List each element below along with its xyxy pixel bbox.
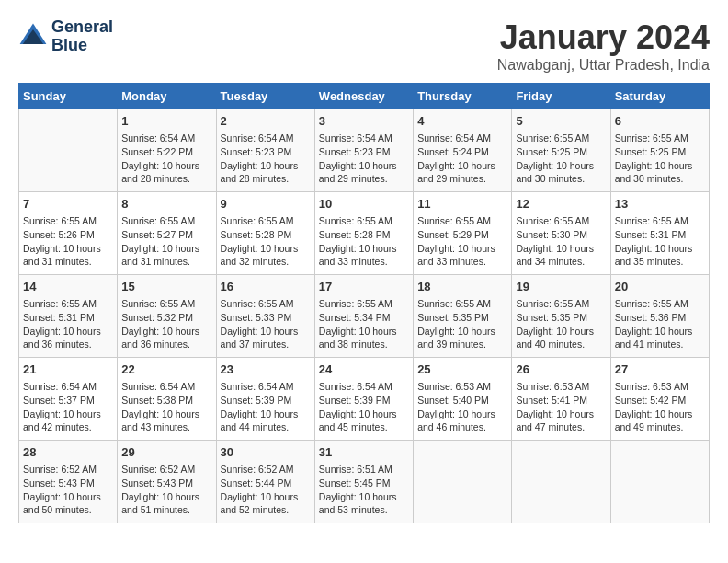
day-number: 9 — [221, 196, 311, 213]
calendar-cell: 27Sunrise: 6:53 AMSunset: 5:42 PMDayligh… — [610, 358, 709, 441]
day-info: Sunrise: 6:54 AMSunset: 5:37 PMDaylight:… — [23, 380, 113, 434]
location-subtitle: Nawabganj, Uttar Pradesh, India — [497, 57, 710, 74]
day-info: Sunrise: 6:54 AMSunset: 5:39 PMDaylight:… — [221, 380, 311, 434]
calendar-cell: 16Sunrise: 6:55 AMSunset: 5:33 PMDayligh… — [216, 275, 314, 358]
calendar-cell: 30Sunrise: 6:52 AMSunset: 5:44 PMDayligh… — [216, 441, 314, 523]
calendar-cell: 15Sunrise: 6:55 AMSunset: 5:32 PMDayligh… — [118, 275, 216, 358]
day-info: Sunrise: 6:54 AMSunset: 5:22 PMDaylight:… — [121, 132, 211, 186]
day-info: Sunrise: 6:55 AMSunset: 5:28 PMDaylight:… — [221, 214, 311, 269]
calendar-cell: 20Sunrise: 6:55 AMSunset: 5:36 PMDayligh… — [610, 275, 709, 358]
day-number: 31 — [319, 444, 409, 461]
logo-icon — [18, 22, 48, 52]
calendar-cell: 5Sunrise: 6:55 AMSunset: 5:25 PMDaylight… — [512, 109, 610, 192]
day-number: 21 — [23, 362, 113, 378]
day-info: Sunrise: 6:55 AMSunset: 5:27 PMDaylight:… — [121, 214, 211, 269]
calendar-cell: 17Sunrise: 6:55 AMSunset: 5:34 PMDayligh… — [314, 275, 413, 358]
day-number: 16 — [221, 279, 311, 295]
day-info: Sunrise: 6:55 AMSunset: 5:26 PMDaylight:… — [23, 214, 113, 269]
day-info: Sunrise: 6:52 AMSunset: 5:44 PMDaylight:… — [221, 463, 311, 517]
calendar-header-row: SundayMondayTuesdayWednesdayThursdayFrid… — [19, 84, 710, 109]
calendar-week-row: 14Sunrise: 6:55 AMSunset: 5:31 PMDayligh… — [19, 275, 710, 358]
day-number: 28 — [23, 444, 113, 461]
day-info: Sunrise: 6:53 AMSunset: 5:41 PMDaylight:… — [516, 380, 606, 434]
day-number: 12 — [516, 196, 606, 213]
calendar-cell: 24Sunrise: 6:54 AMSunset: 5:39 PMDayligh… — [314, 358, 413, 441]
day-number: 18 — [417, 279, 507, 295]
day-info: Sunrise: 6:55 AMSunset: 5:25 PMDaylight:… — [615, 132, 705, 186]
day-number: 27 — [615, 362, 705, 378]
day-info: Sunrise: 6:51 AMSunset: 5:45 PMDaylight:… — [319, 463, 409, 517]
calendar-cell: 4Sunrise: 6:54 AMSunset: 5:24 PMDaylight… — [414, 109, 512, 192]
day-info: Sunrise: 6:55 AMSunset: 5:30 PMDaylight:… — [516, 214, 606, 269]
day-number: 10 — [319, 196, 409, 213]
logo-text: General Blue — [51, 18, 113, 55]
day-info: Sunrise: 6:55 AMSunset: 5:31 PMDaylight:… — [23, 297, 113, 351]
calendar-week-row: 7Sunrise: 6:55 AMSunset: 5:26 PMDaylight… — [19, 192, 710, 275]
calendar-cell: 9Sunrise: 6:55 AMSunset: 5:28 PMDaylight… — [216, 192, 314, 275]
header-cell-tuesday: Tuesday — [216, 84, 314, 109]
page-header: General Blue January 2024 Nawabganj, Utt… — [18, 18, 710, 74]
day-info: Sunrise: 6:55 AMSunset: 5:36 PMDaylight:… — [615, 297, 705, 351]
header-cell-monday: Monday — [118, 84, 216, 109]
calendar-cell: 21Sunrise: 6:54 AMSunset: 5:37 PMDayligh… — [19, 358, 118, 441]
day-number: 1 — [121, 113, 211, 130]
day-number: 4 — [417, 113, 507, 130]
calendar-cell: 19Sunrise: 6:55 AMSunset: 5:35 PMDayligh… — [512, 275, 610, 358]
calendar-cell: 31Sunrise: 6:51 AMSunset: 5:45 PMDayligh… — [314, 441, 413, 523]
day-number: 29 — [121, 444, 211, 461]
calendar-cell: 6Sunrise: 6:55 AMSunset: 5:25 PMDaylight… — [610, 109, 709, 192]
logo: General Blue — [18, 18, 113, 55]
day-info: Sunrise: 6:54 AMSunset: 5:23 PMDaylight:… — [221, 132, 311, 186]
calendar-cell: 10Sunrise: 6:55 AMSunset: 5:28 PMDayligh… — [314, 192, 413, 275]
calendar-cell — [414, 441, 512, 523]
day-info: Sunrise: 6:54 AMSunset: 5:23 PMDaylight:… — [319, 132, 409, 186]
calendar-week-row: 28Sunrise: 6:52 AMSunset: 5:43 PMDayligh… — [19, 441, 710, 523]
day-info: Sunrise: 6:53 AMSunset: 5:40 PMDaylight:… — [417, 380, 507, 434]
calendar-cell — [19, 109, 118, 192]
calendar-cell: 28Sunrise: 6:52 AMSunset: 5:43 PMDayligh… — [19, 441, 118, 523]
calendar-cell: 12Sunrise: 6:55 AMSunset: 5:30 PMDayligh… — [512, 192, 610, 275]
calendar-cell: 13Sunrise: 6:55 AMSunset: 5:31 PMDayligh… — [610, 192, 709, 275]
calendar-cell: 3Sunrise: 6:54 AMSunset: 5:23 PMDaylight… — [314, 109, 413, 192]
day-info: Sunrise: 6:53 AMSunset: 5:42 PMDaylight:… — [615, 380, 705, 434]
header-cell-friday: Friday — [512, 84, 610, 109]
day-number: 14 — [23, 279, 113, 295]
day-info: Sunrise: 6:54 AMSunset: 5:24 PMDaylight:… — [417, 132, 507, 186]
calendar-cell: 11Sunrise: 6:55 AMSunset: 5:29 PMDayligh… — [414, 192, 512, 275]
calendar-table: SundayMondayTuesdayWednesdayThursdayFrid… — [18, 83, 710, 523]
day-number: 7 — [23, 196, 113, 213]
calendar-cell: 8Sunrise: 6:55 AMSunset: 5:27 PMDaylight… — [118, 192, 216, 275]
calendar-cell — [610, 441, 709, 523]
day-number: 15 — [121, 279, 211, 295]
day-info: Sunrise: 6:55 AMSunset: 5:34 PMDaylight:… — [319, 297, 409, 351]
day-number: 13 — [615, 196, 705, 213]
calendar-cell: 29Sunrise: 6:52 AMSunset: 5:43 PMDayligh… — [118, 441, 216, 523]
day-number: 22 — [121, 362, 211, 378]
day-info: Sunrise: 6:55 AMSunset: 5:29 PMDaylight:… — [417, 214, 507, 269]
calendar-cell: 7Sunrise: 6:55 AMSunset: 5:26 PMDaylight… — [19, 192, 118, 275]
day-info: Sunrise: 6:52 AMSunset: 5:43 PMDaylight:… — [121, 463, 211, 517]
header-cell-sunday: Sunday — [19, 84, 118, 109]
day-info: Sunrise: 6:55 AMSunset: 5:32 PMDaylight:… — [121, 297, 211, 351]
calendar-cell: 23Sunrise: 6:54 AMSunset: 5:39 PMDayligh… — [216, 358, 314, 441]
day-number: 8 — [121, 196, 211, 213]
day-number: 24 — [319, 362, 409, 378]
calendar-cell: 14Sunrise: 6:55 AMSunset: 5:31 PMDayligh… — [19, 275, 118, 358]
day-info: Sunrise: 6:55 AMSunset: 5:31 PMDaylight:… — [615, 214, 705, 269]
day-info: Sunrise: 6:54 AMSunset: 5:38 PMDaylight:… — [121, 380, 211, 434]
day-number: 19 — [516, 279, 606, 295]
calendar-cell: 26Sunrise: 6:53 AMSunset: 5:41 PMDayligh… — [512, 358, 610, 441]
day-number: 11 — [417, 196, 507, 213]
day-number: 2 — [221, 113, 311, 130]
calendar-week-row: 21Sunrise: 6:54 AMSunset: 5:37 PMDayligh… — [19, 358, 710, 441]
title-block: January 2024 Nawabganj, Uttar Pradesh, I… — [497, 18, 710, 74]
day-info: Sunrise: 6:52 AMSunset: 5:43 PMDaylight:… — [23, 463, 113, 517]
header-cell-saturday: Saturday — [610, 84, 709, 109]
day-number: 26 — [516, 362, 606, 378]
calendar-cell — [512, 441, 610, 523]
calendar-cell: 25Sunrise: 6:53 AMSunset: 5:40 PMDayligh… — [414, 358, 512, 441]
day-number: 17 — [319, 279, 409, 295]
header-cell-wednesday: Wednesday — [314, 84, 413, 109]
day-number: 3 — [319, 113, 409, 130]
day-number: 30 — [221, 444, 311, 461]
